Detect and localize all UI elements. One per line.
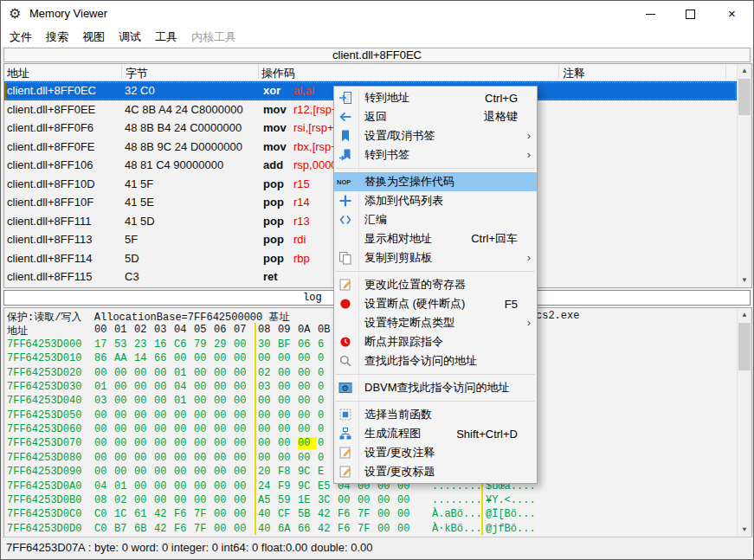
hex-byte-cell[interactable]: 00 xyxy=(234,381,253,393)
context-menu-item-选择当前函数[interactable]: 选择当前函数 xyxy=(334,405,537,424)
hex-byte-cell[interactable]: 01 xyxy=(174,395,193,407)
hex-byte-cell[interactable]: 00 xyxy=(194,352,213,364)
hex-byte-cell[interactable]: 00 xyxy=(174,409,193,422)
hex-byte-cell[interactable]: 40 xyxy=(258,508,277,520)
hex-byte-cell[interactable]: 00 xyxy=(258,409,277,422)
hex-byte-cell[interactable]: 00 xyxy=(298,409,317,422)
hex-byte-cell[interactable]: 9C xyxy=(298,466,317,478)
hex-byte-cell[interactable]: 6A xyxy=(278,523,297,535)
hex-byte-cell[interactable]: 00 xyxy=(114,395,133,407)
hex-byte-cell[interactable]: 00 xyxy=(194,437,213,449)
context-menu-item-断点并跟踪指令[interactable]: 断点并跟踪指令 xyxy=(334,332,537,351)
hex-byte-cell[interactable]: 00 xyxy=(154,466,173,478)
hex-byte-cell[interactable]: 01 xyxy=(94,381,113,393)
hex-byte-cell[interactable]: 00 xyxy=(214,523,233,535)
maximize-button[interactable] xyxy=(671,1,710,27)
hex-byte-cell[interactable]: 00 xyxy=(278,381,297,393)
hex-byte-cell[interactable]: 00 xyxy=(154,494,173,506)
hex-byte-cell[interactable]: 00 xyxy=(278,423,297,435)
menubar-item-工具[interactable]: 工具 xyxy=(148,27,184,48)
hex-byte-cell[interactable]: 00 xyxy=(154,409,173,422)
hex-byte-cell[interactable]: 00 xyxy=(194,381,213,393)
hex-byte-cell[interactable]: AA xyxy=(114,352,133,364)
hex-byte-cell[interactable]: 6B xyxy=(134,523,153,535)
hex-byte-cell[interactable]: 00 xyxy=(94,367,113,379)
hex-byte-cell[interactable]: F6 xyxy=(338,508,357,520)
hex-byte-cell[interactable]: 00 xyxy=(234,395,253,407)
hex-byte-cell[interactable]: 9C xyxy=(298,480,317,492)
hex-byte-cell[interactable]: 00 xyxy=(214,423,233,435)
hex-byte-cell[interactable]: 00 xyxy=(397,523,416,535)
disassembly-scrollbar[interactable]: ▲ ▼ xyxy=(737,64,751,287)
hex-byte-cell[interactable]: F6 xyxy=(174,508,193,520)
hex-byte-cell[interactable]: 7F xyxy=(358,508,377,520)
hex-byte-cell[interactable]: CF xyxy=(278,508,297,520)
hex-byte-cell[interactable]: 00 xyxy=(194,480,213,492)
hex-byte-cell[interactable]: 03 xyxy=(94,395,113,407)
hex-byte-cell[interactable]: 00 xyxy=(214,508,233,520)
hex-byte-cell[interactable]: 00 xyxy=(94,452,113,464)
hex-byte-cell[interactable]: 00 xyxy=(338,494,357,506)
context-menu-item-设置/更改注释[interactable]: 设置/更改注释 xyxy=(334,443,537,462)
column-divider[interactable] xyxy=(121,65,122,79)
hex-byte-cell[interactable]: 00 xyxy=(214,494,233,506)
hex-byte-cell[interactable]: 00 xyxy=(234,352,253,364)
hex-byte-cell[interactable]: 00 xyxy=(214,381,233,393)
hex-byte-cell[interactable]: 00 xyxy=(214,395,233,407)
scrollbar-thumb[interactable] xyxy=(738,79,751,115)
hex-byte-cell[interactable]: C0 xyxy=(94,508,113,520)
menubar-item-搜索[interactable]: 搜索 xyxy=(39,27,75,48)
hex-byte-cell[interactable]: 1C xyxy=(114,508,133,520)
hex-byte-cell[interactable]: 42 xyxy=(318,523,337,535)
hex-byte-cell[interactable]: 00 xyxy=(134,494,153,506)
hex-byte-cell[interactable]: 00 xyxy=(114,409,133,422)
hex-byte-cell[interactable]: 08 xyxy=(94,494,113,506)
hex-byte-cell[interactable]: 00 xyxy=(114,437,133,449)
hex-byte-cell[interactable]: 00 xyxy=(214,352,233,364)
hex-byte-cell[interactable]: 00 xyxy=(94,409,113,422)
hex-byte-cell[interactable]: 00 xyxy=(174,352,193,364)
hex-byte-cell[interactable]: 00 xyxy=(134,409,153,422)
hex-byte-cell[interactable]: 00 xyxy=(154,452,173,464)
hex-row[interactable]: 7FF64253D0D0C0B76B42F67F0000406A6642F67F… xyxy=(4,523,737,537)
hex-byte-cell[interactable]: 30 xyxy=(258,338,277,351)
hex-byte-cell[interactable]: 00 xyxy=(234,367,253,379)
hex-byte-cell[interactable]: 00 xyxy=(134,367,153,379)
hex-byte-cell[interactable]: 00 xyxy=(134,480,153,492)
hex-byte-cell[interactable]: 59 xyxy=(278,494,297,506)
hex-byte-cell[interactable]: 23 xyxy=(134,338,153,351)
hex-byte-cell[interactable]: 00 xyxy=(234,466,253,478)
hexdump-scrollbar[interactable]: ▲ ▼ xyxy=(737,308,751,537)
hex-byte-cell[interactable]: 00 xyxy=(298,381,317,393)
hex-byte-cell[interactable]: 14 xyxy=(134,352,153,364)
hex-byte-cell[interactable]: 00 xyxy=(134,395,153,407)
hex-byte-cell[interactable]: 00 xyxy=(174,480,193,492)
column-divider[interactable] xyxy=(725,65,726,79)
hex-byte-cell[interactable]: 00 xyxy=(94,437,113,449)
ascii-cell-left[interactable]: À·kBö... xyxy=(432,523,482,535)
hex-byte-cell[interactable]: 29 xyxy=(214,338,233,351)
hex-byte-cell[interactable]: 00 xyxy=(194,367,213,379)
hex-byte-cell[interactable]: 00 xyxy=(214,409,233,422)
hex-byte-cell[interactable]: F6 xyxy=(338,523,357,535)
scroll-down-icon[interactable]: ▼ xyxy=(738,274,751,287)
hex-byte-cell[interactable]: 7F xyxy=(194,523,213,535)
hex-byte-cell[interactable]: F9 xyxy=(278,480,297,492)
hex-byte-cell[interactable]: 00 xyxy=(174,494,193,506)
hex-byte-cell[interactable]: BF xyxy=(278,338,297,351)
hex-byte-cell[interactable]: 00 xyxy=(234,409,253,422)
hex-byte-cell[interactable]: 00 xyxy=(114,452,133,464)
ascii-cell-right[interactable]: ¥Y.<.... xyxy=(486,494,536,506)
minimize-button[interactable] xyxy=(631,1,670,27)
hex-byte-cell[interactable]: 00 xyxy=(278,437,297,449)
hex-byte-cell[interactable]: 00 xyxy=(154,423,173,435)
hex-byte-cell[interactable]: 00 xyxy=(298,367,317,379)
hex-byte-cell[interactable]: 00 xyxy=(234,523,253,535)
hex-byte-cell[interactable]: 00 xyxy=(278,367,297,379)
hex-byte-cell[interactable]: 00 xyxy=(377,523,396,535)
hex-byte-cell[interactable]: 00 xyxy=(114,423,133,435)
menubar-item-视图[interactable]: 视图 xyxy=(75,27,112,48)
hex-byte-cell[interactable]: 00 xyxy=(214,437,233,449)
hex-byte-cell[interactable]: 00 xyxy=(234,437,253,449)
hex-byte-cell[interactable]: 02 xyxy=(258,367,277,379)
